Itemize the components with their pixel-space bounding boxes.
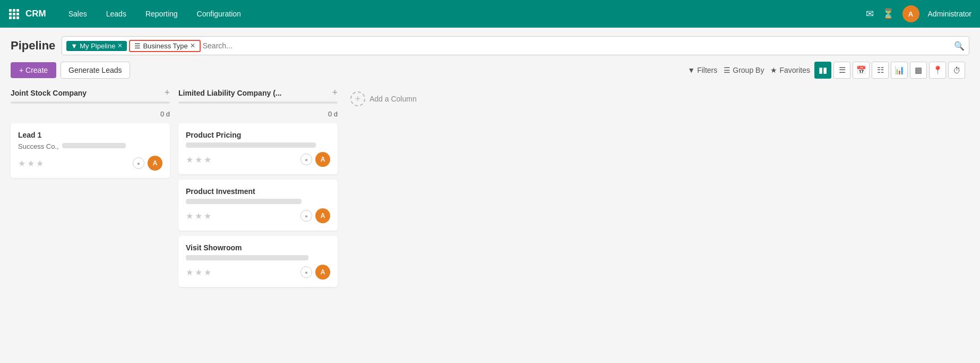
star-2[interactable]: ★ — [27, 158, 35, 168]
card-actions-product-investment: ● A — [300, 208, 330, 223]
filter-bar: ▼ My Pipeline ✕ ☰ Business Type ✕ 🔍 — [62, 36, 969, 55]
nav-configuration[interactable]: Configuration — [190, 6, 248, 21]
star-vs-1[interactable]: ★ — [186, 267, 193, 277]
star-3[interactable]: ★ — [36, 158, 44, 168]
favorites-icon: ★ — [770, 66, 777, 74]
stars-visit-showroom: ★ ★ ★ — [186, 267, 211, 277]
kanban-card-lead1[interactable]: Lead 1 Success Co., ★ ★ ★ ● A — [11, 123, 170, 178]
stars-lead1: ★ ★ ★ — [18, 158, 44, 168]
card-subtitle-lead1: Success Co., — [18, 142, 162, 150]
filter-business-type-label: Business Type — [143, 42, 187, 50]
card-actions-product-pricing: ● A — [300, 152, 330, 167]
generate-leads-button[interactable]: Generate Leads — [61, 62, 130, 79]
card-clock-btn-investment[interactable]: ● — [300, 210, 312, 222]
create-button[interactable]: + Create — [11, 62, 56, 78]
top-nav: CRM Sales Leads Reporting Configuration … — [0, 0, 980, 28]
add-column-area: + Add a Column — [346, 87, 452, 111]
star-pp-2[interactable]: ★ — [195, 155, 202, 165]
kanban-card-product-pricing[interactable]: Product Pricing ★ ★ ★ ● A — [178, 123, 338, 174]
filter-my-pipeline[interactable]: ▼ My Pipeline ✕ — [66, 41, 127, 51]
stars-product-pricing: ★ ★ ★ — [186, 155, 211, 165]
card-title-visit-showroom: Visit Showroom — [186, 243, 330, 252]
card-actions-lead1: ● A — [133, 156, 162, 171]
card-actions-visit-showroom: ● A — [300, 265, 330, 280]
table-view-btn[interactable]: ☷ — [872, 62, 889, 79]
star-pi-1[interactable]: ★ — [186, 211, 193, 221]
kanban-view-btn[interactable]: ▮▮ — [814, 62, 831, 79]
list-view-btn[interactable]: ☰ — [833, 62, 850, 79]
star-pi-2[interactable]: ★ — [195, 211, 202, 221]
svg-rect-5 — [16, 13, 19, 15]
nav-reporting[interactable]: Reporting — [138, 6, 185, 21]
favorites-control[interactable]: ★ Favorites — [770, 66, 810, 74]
filter-my-pipeline-close[interactable]: ✕ — [117, 42, 123, 49]
filter-business-type-close[interactable]: ✕ — [190, 42, 195, 49]
star-pp-1[interactable]: ★ — [186, 155, 193, 165]
filter-my-pipeline-label: My Pipeline — [80, 42, 115, 50]
column-header-llc: Limited Liability Company (... + — [178, 87, 338, 98]
svg-rect-0 — [9, 9, 12, 12]
group-by-control[interactable]: ☰ Group By — [724, 66, 764, 74]
chat-icon[interactable]: ✉ — [866, 8, 874, 20]
chart-view-btn[interactable]: 📊 — [891, 62, 908, 79]
clock-icon[interactable]: ⏳ — [882, 8, 894, 20]
card-clock-btn-showroom[interactable]: ● — [300, 266, 312, 278]
kanban-column-llc: Limited Liability Company (... + 0 d Pro… — [178, 87, 338, 292]
filters-control[interactable]: ▼ Filters — [687, 66, 717, 74]
group-by-icon: ☰ — [724, 66, 730, 74]
card-clock-btn-pricing[interactable]: ● — [300, 154, 312, 165]
column-title-llc: Limited Liability Company (... — [178, 89, 281, 97]
app-grid-icon[interactable] — [8, 9, 19, 19]
star-pi-3[interactable]: ★ — [204, 211, 211, 221]
card-footer-product-pricing: ★ ★ ★ ● A — [186, 152, 330, 167]
user-avatar[interactable]: A — [902, 5, 919, 22]
column-add-btn-llc[interactable]: + — [332, 87, 338, 98]
card-footer-visit-showroom: ★ ★ ★ ● A — [186, 265, 330, 280]
column-add-btn-joint-stock[interactable]: + — [164, 87, 170, 98]
search-input[interactable] — [203, 41, 952, 50]
svg-rect-1 — [13, 9, 15, 12]
column-header-joint-stock: Joint Stock Company + — [11, 87, 170, 98]
add-column-button[interactable]: + Add a Column — [346, 87, 421, 111]
business-type-icon: ☰ — [134, 42, 141, 50]
kanban-card-visit-showroom[interactable]: Visit Showroom ★ ★ ★ ● A — [178, 236, 338, 287]
card-avatar-showroom: A — [315, 265, 330, 280]
filters-label: Filters — [697, 66, 717, 74]
action-bar: + Create Generate Leads ▼ Filters ☰ Grou… — [11, 62, 969, 79]
kanban-column-joint-stock: Joint Stock Company + 0 d Lead 1 Success… — [11, 87, 170, 183]
card-footer-lead1: ★ ★ ★ ● A — [18, 156, 162, 171]
activity-view-btn[interactable]: ⏱ — [948, 62, 965, 79]
add-column-label: Add a Column — [369, 95, 417, 103]
filter-controls: ▼ Filters ☰ Group By ★ Favorites — [687, 66, 810, 74]
group-by-label: Group By — [733, 66, 764, 74]
card-blur-line-showroom — [186, 255, 308, 260]
card-title-product-investment: Product Investment — [186, 187, 330, 196]
card-blur-line-investment — [186, 199, 302, 204]
svg-rect-8 — [16, 16, 19, 19]
stars-product-investment: ★ ★ ★ — [186, 211, 211, 221]
svg-rect-7 — [13, 16, 15, 19]
app-name: CRM — [25, 9, 46, 19]
column-title-joint-stock: Joint Stock Company — [11, 89, 87, 97]
card-clock-btn-lead1[interactable]: ● — [133, 157, 144, 169]
favorites-label: Favorites — [779, 66, 810, 74]
kanban-card-product-investment[interactable]: Product Investment ★ ★ ★ ● A — [178, 180, 338, 231]
calendar-view-btn[interactable]: 📅 — [853, 62, 870, 79]
filter-business-type[interactable]: ☰ Business Type ✕ — [129, 40, 200, 52]
map-view-btn[interactable]: 📍 — [929, 62, 946, 79]
star-vs-3[interactable]: ★ — [204, 267, 211, 277]
star-vs-2[interactable]: ★ — [195, 267, 202, 277]
filter-icon: ▼ — [71, 42, 78, 50]
plus-circle-icon: + — [350, 91, 365, 106]
nav-sales[interactable]: Sales — [61, 6, 94, 21]
kanban-area: Joint Stock Company + 0 d Lead 1 Success… — [11, 87, 969, 292]
bar-view-btn[interactable]: ▩ — [910, 62, 927, 79]
column-progress-bar-llc — [178, 102, 338, 104]
search-icon[interactable]: 🔍 — [954, 41, 965, 51]
card-avatar-lead1: A — [148, 156, 162, 171]
star-pp-3[interactable]: ★ — [204, 155, 211, 165]
nav-leads[interactable]: Leads — [99, 6, 134, 21]
svg-rect-2 — [16, 9, 19, 12]
star-1[interactable]: ★ — [18, 158, 25, 168]
page-title: Pipeline — [11, 39, 55, 53]
